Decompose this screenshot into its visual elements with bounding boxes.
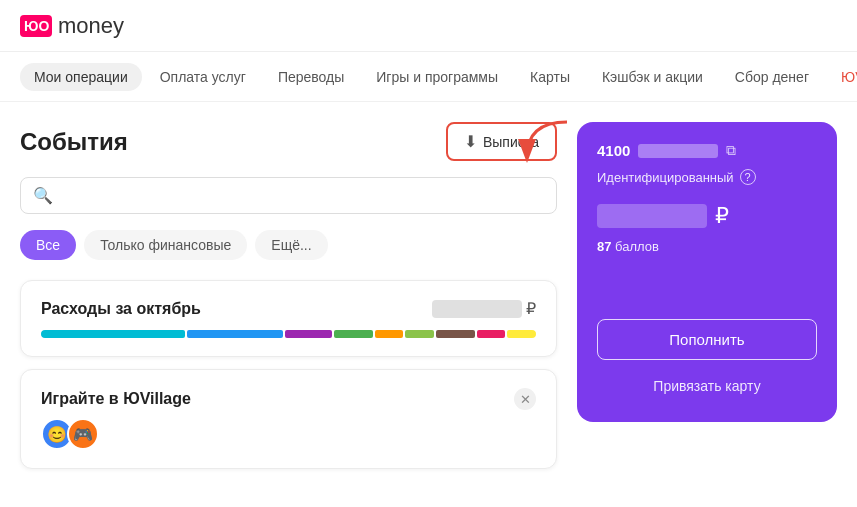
segment-8 bbox=[477, 330, 506, 338]
avatar-2: 🎮 bbox=[67, 418, 99, 450]
spacer bbox=[597, 264, 817, 309]
yuvillage-card[interactable]: Играйте в ЮVillage ✕ 😊 🎮 bbox=[20, 369, 557, 469]
search-bar: 🔍 bbox=[20, 177, 557, 214]
filter-all[interactable]: Все bbox=[20, 230, 76, 260]
rub-sign: ₽ bbox=[526, 299, 536, 318]
nav-item-yuvillage[interactable]: ЮVillage bbox=[827, 63, 857, 91]
search-icon: 🔍 bbox=[33, 186, 53, 205]
svg-text:ЮО: ЮО bbox=[24, 18, 49, 34]
nav-item-cashback[interactable]: Кэшбэк и акции bbox=[588, 63, 717, 91]
account-number-mask bbox=[638, 144, 718, 158]
expenses-amount: ₽ bbox=[432, 299, 536, 318]
logo-text: money bbox=[58, 13, 124, 39]
segment-3 bbox=[285, 330, 333, 338]
section-header: События ⬇ Выписка bbox=[20, 122, 557, 161]
nav-item-transfers[interactable]: Переводы bbox=[264, 63, 358, 91]
filter-more[interactable]: Ещё... bbox=[255, 230, 327, 260]
expenses-card: Расходы за октябрь ₽ bbox=[20, 280, 557, 357]
segment-4 bbox=[334, 330, 372, 338]
expenses-color-bar bbox=[41, 330, 536, 338]
left-panel: События ⬇ Выписка 🔍 bbox=[20, 122, 557, 469]
search-input[interactable] bbox=[61, 188, 544, 204]
help-icon[interactable]: ? bbox=[740, 169, 756, 185]
copy-icon[interactable]: ⧉ bbox=[726, 142, 736, 159]
rub-symbol: ₽ bbox=[715, 203, 729, 229]
segment-2 bbox=[187, 330, 283, 338]
header: ЮО money bbox=[0, 0, 857, 52]
main-content: События ⬇ Выписка 🔍 bbox=[0, 102, 857, 489]
account-card: 4100 ⧉ Идентифицированный ? ₽ 87 баллов … bbox=[577, 122, 837, 422]
logo[interactable]: ЮО money bbox=[20, 13, 124, 39]
id-status-label: Идентифицированный bbox=[597, 170, 734, 185]
nav-item-my-operations[interactable]: Мои операции bbox=[20, 63, 142, 91]
points-row: 87 баллов bbox=[597, 239, 817, 254]
segment-9 bbox=[507, 330, 536, 338]
balance-mask bbox=[597, 204, 707, 228]
expenses-card-title: Расходы за октябрь bbox=[41, 300, 201, 318]
main-nav: Мои операции Оплата услуг Переводы Игры … bbox=[0, 52, 857, 102]
red-arrow-indicator bbox=[507, 112, 587, 172]
nav-item-services[interactable]: Оплата услуг bbox=[146, 63, 260, 91]
segment-7 bbox=[436, 330, 474, 338]
expenses-card-header: Расходы за октябрь ₽ bbox=[41, 299, 536, 318]
filter-financial[interactable]: Только финансовые bbox=[84, 230, 247, 260]
amount-mask bbox=[432, 300, 522, 318]
account-number: 4100 bbox=[597, 142, 630, 159]
nav-item-collect-money[interactable]: Сбор денег bbox=[721, 63, 823, 91]
id-status-row: Идентифицированный ? bbox=[597, 169, 817, 185]
close-yuvillage-button[interactable]: ✕ bbox=[514, 388, 536, 410]
nav-item-games[interactable]: Игры и программы bbox=[362, 63, 512, 91]
points-count: 87 bbox=[597, 239, 611, 254]
segment-6 bbox=[405, 330, 434, 338]
nav-item-cards[interactable]: Карты bbox=[516, 63, 584, 91]
points-label: баллов bbox=[615, 239, 659, 254]
segment-1 bbox=[41, 330, 185, 338]
yuvillage-card-header: Играйте в ЮVillage ✕ bbox=[41, 388, 536, 410]
right-panel: 4100 ⧉ Идентифицированный ? ₽ 87 баллов … bbox=[577, 122, 837, 469]
page-title: События bbox=[20, 128, 128, 156]
filter-bar: Все Только финансовые Ещё... bbox=[20, 230, 557, 260]
account-number-row: 4100 ⧉ bbox=[597, 142, 817, 159]
topup-button[interactable]: Пополнить bbox=[597, 319, 817, 360]
yoomoney-logo-icon: ЮО bbox=[20, 15, 52, 37]
arrow-container: ⬇ Выписка bbox=[446, 122, 557, 161]
link-card-button[interactable]: Привязать карту bbox=[597, 370, 817, 402]
balance-row: ₽ bbox=[597, 203, 817, 229]
avatar-group: 😊 🎮 bbox=[41, 418, 536, 450]
download-icon: ⬇ bbox=[464, 132, 477, 151]
yuvillage-card-title: Играйте в ЮVillage bbox=[41, 390, 191, 408]
segment-5 bbox=[375, 330, 404, 338]
